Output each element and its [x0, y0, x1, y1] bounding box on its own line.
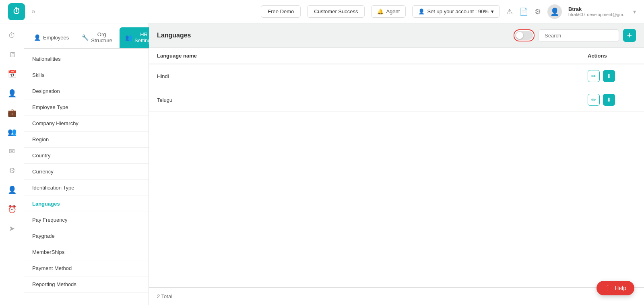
nav-item-payment-method[interactable]: Payment Method: [24, 260, 149, 276]
setup-chevron-icon: ▾: [491, 8, 494, 14]
send-icon[interactable]: ➤: [4, 221, 20, 237]
user-name: Btrak: [568, 6, 627, 12]
edit-button[interactable]: ✏: [588, 94, 600, 106]
free-demo-button[interactable]: Free Demo: [261, 5, 301, 18]
content-title: Languages: [157, 32, 191, 39]
tab-employees[interactable]: 👤 Employees: [28, 27, 74, 48]
search-input[interactable]: [539, 29, 619, 42]
expand-icon[interactable]: »: [31, 7, 35, 16]
row-language-name: Telugu: [157, 97, 588, 103]
col-language-name: Language name: [157, 53, 588, 59]
user2-icon[interactable]: 👤: [4, 182, 20, 198]
total-count: 2 Total: [157, 293, 172, 299]
employees-tab-label: Employees: [43, 35, 69, 41]
nav-item-reporting-methods[interactable]: Reporting Methods: [24, 276, 149, 293]
setup-button[interactable]: 👤 Set up your account : 90% ▾: [412, 5, 500, 18]
mail-icon[interactable]: ✉: [4, 143, 20, 159]
toggle-container: [514, 29, 535, 41]
org-tab-icon: 🔧: [82, 34, 89, 41]
briefcase-icon[interactable]: 💼: [4, 105, 20, 121]
toggle-switch[interactable]: [515, 31, 533, 40]
row-actions: ✏ ⬇: [588, 94, 636, 106]
group-icon[interactable]: 👥: [4, 124, 20, 140]
nav-panel: 👤 Employees 🔧 Org Structure 👥 HR Setting…: [24, 23, 149, 305]
org-tab-label: Org Structure: [91, 31, 112, 43]
sidebar: ⏱🖥📅👤💼👥✉⚙👤⏰➤: [0, 23, 24, 305]
table-row: Telugu ✏ ⬇: [149, 88, 644, 112]
settings-icon[interactable]: ⚙: [4, 163, 20, 179]
edit-button[interactable]: ✏: [588, 70, 600, 82]
app-logo[interactable]: ⏱: [8, 3, 25, 20]
clock-icon[interactable]: ⏱: [4, 27, 20, 43]
user-info: Btrak btrak607-development@gm...: [568, 6, 627, 17]
alert-icon[interactable]: ⚠: [506, 7, 513, 16]
calendar-icon[interactable]: 📅: [4, 66, 20, 82]
content-table: Language name Actions Hindi ✏ ⬇ Telugu ✏…: [149, 48, 644, 287]
nav-item-paygrade[interactable]: Paygrade: [24, 228, 149, 244]
person-icon[interactable]: 👤: [4, 85, 20, 101]
nav-item-memberships[interactable]: MemberShips: [24, 244, 149, 260]
agent-button[interactable]: 🔔 Agent: [371, 5, 406, 18]
navbar: ⏱ » Free Demo Customer Success 🔔 Agent 👤…: [0, 0, 644, 23]
nav-item-languages[interactable]: Languages: [24, 196, 149, 212]
main-layout: ⏱🖥📅👤💼👥✉⚙👤⏰➤ 👤 Employees 🔧 Org Structure …: [0, 23, 644, 305]
nav-tabs: 👤 Employees 🔧 Org Structure 👥 HR Setting…: [24, 23, 149, 49]
nav-item-company-hierarchy[interactable]: Company Hierarchy: [24, 115, 149, 132]
agent-bell-icon: 🔔: [377, 8, 384, 14]
employees-tab-icon: 👤: [34, 34, 41, 41]
nav-item-region[interactable]: Region: [24, 132, 149, 148]
content-area: Languages + Language name Actions Hindi …: [149, 23, 644, 305]
tab-org-structure[interactable]: 🔧 Org Structure: [76, 27, 118, 48]
download-button[interactable]: ⬇: [603, 94, 615, 106]
table-row: Hindi ✏ ⬇: [149, 64, 644, 88]
timer-icon[interactable]: ⏰: [4, 201, 20, 217]
row-actions: ✏ ⬇: [588, 70, 636, 82]
help-label: Help: [615, 285, 626, 291]
hr-tab-icon: 👥: [125, 34, 132, 41]
setup-person-icon: 👤: [418, 8, 425, 14]
user-dropdown-chevron[interactable]: ▾: [633, 8, 636, 15]
content-header-right: +: [514, 29, 636, 42]
nav-list: NationalitiesSkillsDesignationEmployee T…: [24, 49, 149, 305]
user-email: btrak607-development@gm...: [568, 12, 627, 17]
document-icon[interactable]: 📄: [519, 7, 528, 16]
toggle-knob: [516, 32, 523, 39]
nav-item-currency[interactable]: Currency: [24, 164, 149, 180]
col-actions: Actions: [588, 53, 636, 59]
help-icon: ❓: [605, 285, 611, 291]
nav-item-country[interactable]: Country: [24, 148, 149, 164]
customer-success-button[interactable]: Customer Success: [307, 5, 365, 18]
nav-item-pay-frequency[interactable]: Pay Frequency: [24, 212, 149, 228]
tv-icon[interactable]: 🖥: [4, 47, 20, 63]
content-footer: 2 Total: [149, 287, 644, 305]
nav-item-designation[interactable]: Designation: [24, 83, 149, 99]
help-button[interactable]: ❓ Help: [597, 281, 634, 295]
content-header: Languages +: [149, 23, 644, 48]
navbar-icons: ⚠ 📄 ⚙: [506, 7, 541, 16]
nav-item-employee-type[interactable]: Employee Type: [24, 99, 149, 115]
table-header: Language name Actions: [149, 48, 644, 64]
nav-item-identification-type[interactable]: Identification Type: [24, 180, 149, 196]
nav-item-nationalities[interactable]: Nationalities: [24, 51, 149, 67]
row-language-name: Hindi: [157, 73, 588, 79]
gear-icon[interactable]: ⚙: [535, 7, 541, 16]
nav-item-skills[interactable]: Skills: [24, 67, 149, 83]
avatar[interactable]: 👤: [547, 4, 562, 19]
download-button[interactable]: ⬇: [603, 70, 615, 82]
logo-icon: ⏱: [12, 7, 21, 16]
add-button[interactable]: +: [623, 29, 636, 42]
